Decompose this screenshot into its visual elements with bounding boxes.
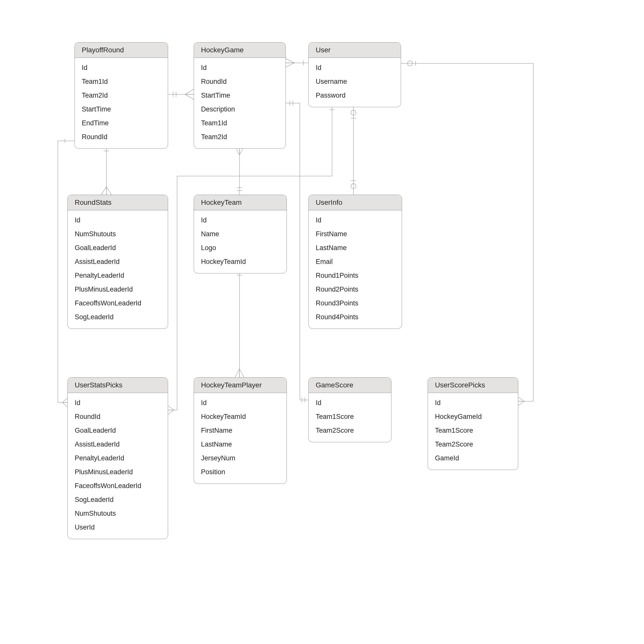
entity-roundstats: RoundStats Id NumShutouts GoalLeaderId A… — [67, 195, 168, 329]
entity-gamescore: GameScore Id Team1Score Team2Score — [308, 377, 391, 442]
entity-title: HockeyTeam — [194, 195, 287, 210]
field-label: Round2Points — [309, 283, 402, 296]
field-label: Id — [309, 61, 401, 75]
entity-title-text: User — [316, 46, 331, 54]
field-label: FaceoffsWonLeaderId — [68, 479, 168, 493]
field-label: Logo — [194, 241, 287, 255]
field-label: HockeyTeamId — [194, 255, 287, 269]
field-label: LastName — [194, 437, 287, 451]
field-label: Team2Score — [428, 437, 518, 451]
field-label: GameId — [428, 451, 518, 465]
field-label: SogLeaderId — [68, 493, 168, 507]
field-label: Team1Id — [75, 75, 168, 89]
field-label: FaceoffsWonLeaderId — [68, 296, 168, 310]
field-label: NumShutouts — [68, 507, 168, 520]
entity-fields: Id FirstName LastName Email Round1Points… — [309, 210, 402, 329]
entity-fields: Id Team1Id Team2Id StartTime EndTime Rou… — [75, 58, 168, 148]
entity-fields: Id Team1Score Team2Score — [309, 393, 391, 442]
entity-title: User — [309, 43, 401, 58]
field-label: Id — [194, 396, 287, 410]
field-label: Team2Id — [194, 130, 286, 144]
field-label: HockeyTeamId — [194, 410, 287, 424]
field-label: PlusMinusLeaderId — [68, 283, 168, 296]
field-label: Email — [309, 255, 402, 269]
field-label: GoalLeaderId — [68, 241, 168, 255]
entity-title: GameScore — [309, 378, 391, 393]
field-label: Team1Id — [194, 116, 286, 130]
entity-user: User Id Username Password — [308, 42, 401, 107]
field-label: Id — [194, 213, 287, 227]
field-label: Team1Score — [309, 410, 391, 424]
field-label: Round1Points — [309, 269, 402, 283]
entity-title-text: GameScore — [316, 381, 353, 389]
entity-title: UserScorePicks — [428, 378, 518, 393]
field-label: NumShutouts — [68, 227, 168, 241]
field-label: Id — [68, 213, 168, 227]
entity-title-text: HockeyTeam — [201, 198, 242, 206]
entity-fields: Id NumShutouts GoalLeaderId AssistLeader… — [68, 210, 168, 329]
field-label: HockeyGameId — [428, 410, 518, 424]
field-label: GoalLeaderId — [68, 424, 168, 437]
field-label: Id — [68, 396, 168, 410]
entity-title-text: UserInfo — [316, 198, 342, 206]
entity-fields: Id Username Password — [309, 58, 401, 107]
field-label: LastName — [309, 241, 402, 255]
entity-title-text: RoundStats — [75, 198, 111, 206]
entity-fields: Id HockeyGameId Team1Score Team2Score Ga… — [428, 393, 518, 470]
entity-fields: Id Name Logo HockeyTeamId — [194, 210, 287, 273]
field-label: PlusMinusLeaderId — [68, 465, 168, 479]
field-label: Id — [194, 61, 286, 75]
field-label: PenaltyLeaderId — [68, 451, 168, 465]
entity-title-text: HockeyTeamPlayer — [201, 381, 262, 389]
entity-fields: Id HockeyTeamId FirstName LastName Jerse… — [194, 393, 287, 484]
field-label: Team2Score — [309, 424, 391, 437]
entity-title: UserStatsPicks — [68, 378, 168, 393]
field-label: Description — [194, 102, 286, 116]
field-label: EndTime — [75, 116, 168, 130]
field-label: Id — [75, 61, 168, 75]
entity-userinfo: UserInfo Id FirstName LastName Email Rou… — [308, 195, 402, 329]
field-label: Id — [309, 396, 391, 410]
entity-hockeyteam: HockeyTeam Id Name Logo HockeyTeamId — [194, 195, 287, 273]
entity-userstatspicks: UserStatsPicks Id RoundId GoalLeaderId A… — [67, 377, 168, 539]
entity-title: UserInfo — [309, 195, 402, 210]
field-label: StartTime — [194, 89, 286, 102]
field-label: Position — [194, 465, 287, 479]
entity-hockeygame: HockeyGame Id RoundId StartTime Descript… — [194, 42, 286, 149]
field-label: FirstName — [309, 227, 402, 241]
field-label: AssistLeaderId — [68, 437, 168, 451]
field-label: Username — [309, 75, 401, 89]
er-diagram-canvas: PlayoffRound Id Team1Id Team2Id StartTim… — [0, 0, 644, 644]
entity-fields: Id RoundId GoalLeaderId AssistLeaderId P… — [68, 393, 168, 539]
field-label: SogLeaderId — [68, 310, 168, 324]
field-label: JerseyNum — [194, 451, 287, 465]
field-label: Password — [309, 89, 401, 102]
entity-title: HockeyTeamPlayer — [194, 378, 287, 393]
entity-playoffround: PlayoffRound Id Team1Id Team2Id StartTim… — [74, 42, 168, 149]
field-label: Name — [194, 227, 287, 241]
entity-title-text: PlayoffRound — [82, 46, 124, 54]
entity-title: RoundStats — [68, 195, 168, 210]
field-label: Team2Id — [75, 89, 168, 102]
entity-title-text: UserStatsPicks — [75, 381, 123, 389]
entity-userscorepicks: UserScorePicks Id HockeyGameId Team1Scor… — [428, 377, 518, 470]
entity-title: PlayoffRound — [75, 43, 168, 58]
field-label: RoundId — [68, 410, 168, 424]
entity-hockeyteamplayer: HockeyTeamPlayer Id HockeyTeamId FirstNa… — [194, 377, 287, 484]
field-label: RoundId — [75, 130, 168, 144]
entity-title-text: UserScorePicks — [435, 381, 485, 389]
field-label: Id — [428, 396, 518, 410]
field-label: Round4Points — [309, 310, 402, 324]
field-label: Round3Points — [309, 296, 402, 310]
entity-title: HockeyGame — [194, 43, 286, 58]
field-label: StartTime — [75, 102, 168, 116]
field-label: PenaltyLeaderId — [68, 269, 168, 283]
field-label: FirstName — [194, 424, 287, 437]
entity-title-text: HockeyGame — [201, 46, 244, 54]
field-label: AssistLeaderId — [68, 255, 168, 269]
field-label: Team1Score — [428, 424, 518, 437]
field-label: RoundId — [194, 75, 286, 89]
field-label: UserId — [68, 520, 168, 534]
entity-fields: Id RoundId StartTime Description Team1Id… — [194, 58, 286, 148]
field-label: Id — [309, 213, 402, 227]
